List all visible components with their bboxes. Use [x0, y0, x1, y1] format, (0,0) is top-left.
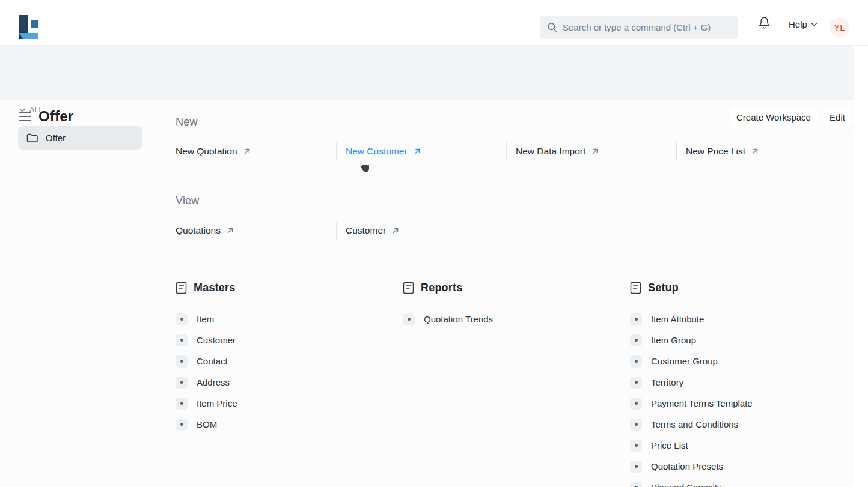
file-text-icon [176, 282, 187, 294]
dot-icon [630, 377, 642, 389]
file-text-icon [403, 282, 414, 294]
card-item-bom[interactable]: BOM [176, 414, 380, 435]
shortcut-cell: New Customer [336, 142, 506, 160]
user-avatar[interactable]: YL [830, 17, 849, 37]
card-item-item-group[interactable]: Item Group [630, 330, 834, 351]
shortcut-new-price-list[interactable]: New Price List [686, 146, 759, 157]
card-item-label: Territory [651, 377, 683, 387]
workspace-sidebar: ALL Offer [0, 100, 160, 487]
card-item-label: Quotation Trends [424, 314, 493, 324]
card-item-customer-group[interactable]: Customer Group [630, 351, 834, 372]
dot-icon [630, 482, 642, 487]
dot-icon [176, 398, 188, 410]
card-item-item[interactable]: Item [176, 309, 380, 330]
scrollbar-track[interactable] [854, 46, 868, 487]
card-item-quotation-presets[interactable]: Quotation Presets [630, 456, 834, 477]
card-item-label: Terms and Conditions [651, 419, 738, 429]
dot-icon [630, 355, 642, 368]
dot-icon [630, 419, 642, 431]
avatar-initials: YL [834, 22, 845, 32]
dot-icon [176, 355, 188, 368]
help-label: Help [789, 19, 807, 29]
arrow-up-right-icon [392, 227, 399, 234]
section-title-new: New [176, 116, 198, 129]
shortcut-row-view: Quotations Customer [176, 222, 506, 240]
card-item-label: Item [197, 314, 214, 324]
dot-icon [630, 461, 642, 473]
card-item-territory[interactable]: Territory [630, 372, 834, 393]
navbar-divider [780, 19, 780, 35]
dot-icon [630, 334, 642, 346]
sidebar-group-all[interactable]: ALL [19, 106, 43, 114]
shortcut-customer[interactable]: Customer [346, 225, 399, 236]
help-menu[interactable]: Help [789, 18, 818, 30]
card-item-item-attribute[interactable]: Item Attribute [630, 309, 834, 330]
search-icon [547, 22, 557, 32]
app-logo[interactable] [18, 15, 41, 39]
notifications-bell-icon[interactable] [755, 14, 773, 32]
card-item-label: Payment Terms Template [651, 398, 753, 408]
dot-icon [630, 440, 642, 452]
sidebar-item-offer[interactable]: Offer [18, 126, 142, 150]
card-item-contact[interactable]: Contact [176, 351, 380, 372]
card-item-label: Contact [197, 356, 228, 366]
dot-icon [403, 313, 415, 325]
card-list: Quotation Trends [403, 309, 607, 330]
card-item-planned-capacity[interactable]: Planned Capacity [630, 477, 834, 487]
card-item-customer[interactable]: Customer [176, 330, 380, 351]
page-head: Offer Create Workspace Edit [0, 46, 868, 100]
shortcut-cell: New Price List [676, 142, 846, 160]
navbar: Search or type a command (Ctrl + G) Help… [0, 0, 868, 46]
card-header: Reports [403, 280, 607, 295]
card-item-label: Price List [651, 440, 688, 450]
card-item-label: Quotation Presets [651, 461, 723, 471]
card-item-label: Item Group [651, 335, 696, 345]
dot-icon [176, 419, 188, 431]
card-item-label: BOM [197, 419, 217, 429]
shortcut-new-customer[interactable]: New Customer [346, 146, 421, 157]
card-item-price-list[interactable]: Price List [630, 435, 834, 456]
section-title-view: View [176, 195, 200, 207]
shortcut-label: Customer [346, 225, 386, 236]
shortcut-new-data-import[interactable]: New Data Import [516, 146, 599, 157]
card-title: Masters [194, 282, 235, 294]
shortcut-cell: New Data Import [506, 142, 676, 160]
card-title: Setup [648, 282, 679, 294]
card-item-payment-terms-template[interactable]: Payment Terms Template [630, 393, 834, 414]
shortcut-new-quotation[interactable]: New Quotation [176, 146, 251, 157]
workspace-content: New New Quotation New Customer New Data … [176, 100, 854, 487]
card-item-label: Address [197, 377, 230, 387]
file-text-icon [630, 282, 641, 294]
card-item-label: Item Price [197, 398, 237, 408]
card-header: Masters [176, 280, 380, 295]
card-item-address[interactable]: Address [176, 372, 380, 393]
arrow-up-right-icon [751, 148, 759, 155]
sidebar-group-label: ALL [29, 106, 43, 114]
arrow-up-right-icon [414, 148, 421, 155]
card-list: Item Attribute Item Group Customer Group… [630, 309, 834, 487]
chevron-down-icon [19, 108, 25, 112]
arrow-up-right-icon [591, 148, 599, 155]
card-item-item-price[interactable]: Item Price [176, 393, 380, 414]
global-search-input[interactable]: Search or type a command (Ctrl + G) [540, 16, 738, 39]
dot-icon [630, 398, 642, 410]
dot-icon [176, 334, 188, 346]
search-placeholder: Search or type a command (Ctrl + G) [563, 22, 711, 32]
card-item-label: Customer [197, 335, 236, 345]
shortcut-cell: New Quotation [176, 142, 336, 160]
card-masters: Masters Item Customer Contact Address It… [176, 280, 380, 435]
card-reports: Reports Quotation Trends [403, 280, 607, 330]
arrow-up-right-icon [227, 227, 234, 234]
dot-icon [176, 313, 188, 325]
card-item-quotation-trends[interactable]: Quotation Trends [403, 309, 607, 330]
shortcut-label: New Quotation [176, 146, 237, 157]
shortcut-label: New Price List [686, 146, 745, 157]
shortcut-label: New Customer [346, 146, 408, 157]
shortcut-quotations[interactable]: Quotations [176, 225, 234, 236]
dot-icon [176, 377, 188, 389]
card-item-terms-and-conditions[interactable]: Terms and Conditions [630, 414, 834, 435]
shortcut-cell: Quotations [176, 222, 336, 240]
card-item-label: Item Attribute [651, 314, 704, 324]
sidebar-item-label: Offer [46, 133, 66, 143]
card-title: Reports [421, 282, 462, 294]
